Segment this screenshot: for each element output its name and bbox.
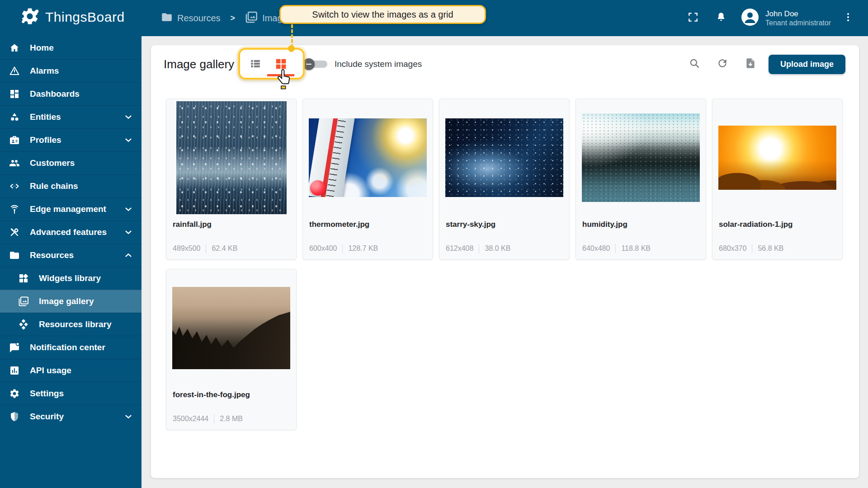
sidebar-item-api-usage[interactable]: API usage	[0, 359, 142, 382]
header-actions: John Doe Tenant administrator	[682, 0, 859, 36]
image-size: 62.4 KB	[212, 244, 237, 253]
sidebar-item-settings[interactable]: Settings	[0, 382, 142, 405]
breadcrumb-resources[interactable]: Resources	[161, 11, 221, 25]
image-name: solar-radiation-1.jpg	[712, 220, 842, 229]
image-resolution: 3500x2444	[173, 415, 208, 423]
tutorial-highlight-box	[238, 48, 305, 80]
alarm-icon	[9, 66, 20, 76]
humidity-thumbnail-image	[582, 113, 700, 202]
image-name: starry-sky.jpg	[439, 220, 569, 229]
user-menu[interactable]: John Doe Tenant administrator	[741, 8, 831, 28]
fullscreen-icon	[687, 11, 699, 25]
image-resolution: 640x480	[582, 244, 610, 253]
chevron-down-icon	[123, 227, 133, 237]
thumbnail	[576, 99, 706, 216]
image-card-solar-radiation[interactable]: solar-radiation-1.jpg 680x370 56.8 KB	[712, 99, 843, 260]
security-icon	[9, 411, 20, 422]
thermometer-thumbnail-image	[309, 118, 427, 197]
rainfall-thumbnail-image	[176, 101, 287, 214]
edge-icon	[9, 204, 20, 215]
image-meta: 640x480 118.8 KB	[576, 244, 706, 253]
customers-icon	[9, 158, 20, 169]
thingsboard-gear-icon	[20, 6, 40, 28]
image-name: rainfall.jpg	[166, 220, 296, 229]
user-role: Tenant administrator	[765, 19, 831, 27]
sidebar-item-resources[interactable]: Resources	[0, 244, 142, 267]
image-name: humidity.jpg	[576, 220, 706, 229]
sidebar-item-home[interactable]: Home	[0, 36, 142, 59]
profiles-icon	[9, 135, 20, 145]
chevron-down-icon	[123, 112, 133, 122]
image-stack-icon	[18, 296, 29, 307]
folder-icon	[9, 250, 20, 261]
entities-icon	[9, 112, 20, 122]
image-name: forest-in-the-fog.jpeg	[166, 390, 296, 399]
image-meta: 600x400 128.7 KB	[303, 244, 433, 253]
breadcrumb-label: Resources	[177, 13, 221, 23]
meta-divider	[342, 244, 343, 253]
image-card-starry-sky[interactable]: starry-sky.jpg 612x408 38.0 KB	[439, 99, 570, 260]
include-system-images-toggle[interactable]: Include system images	[306, 45, 422, 83]
image-size: 38.0 KB	[485, 244, 510, 253]
sidebar-item-edge-management[interactable]: Edge management	[0, 197, 142, 221]
image-size: 128.7 KB	[348, 244, 378, 253]
sidebar-item-dashboards[interactable]: Dashboards	[0, 82, 142, 105]
sidebar-item-rule-chains[interactable]: Rule chains	[0, 174, 142, 197]
image-card-rainfall[interactable]: rainfall.jpg 489x500 62.4 KB	[166, 99, 297, 260]
thumbnail	[166, 269, 296, 387]
sidebar-item-alarms[interactable]: Alarms	[0, 59, 142, 82]
notification-icon	[9, 342, 20, 353]
sidebar-nav: Home Alarms Dashboards Entities Profiles…	[0, 36, 142, 488]
notifications-button[interactable]	[710, 7, 732, 29]
image-name: thermometer.jpg	[303, 220, 433, 229]
tutorial-tooltip: Switch to view the images as a grid	[279, 5, 486, 24]
sidebar-item-notification-center[interactable]: Notification center	[0, 336, 142, 359]
upload-image-button[interactable]: Upload image	[769, 55, 845, 74]
image-card-thermometer[interactable]: thermometer.jpg 600x400 128.7 KB	[302, 99, 433, 260]
sidebar-item-entities[interactable]: Entities	[0, 105, 142, 128]
settings-icon	[9, 388, 20, 399]
thumbnail	[712, 99, 842, 216]
sidebar-item-security[interactable]: Security	[0, 405, 142, 428]
more-menu-button[interactable]	[837, 7, 859, 29]
chevron-down-icon	[123, 412, 133, 422]
user-name: John Doe	[765, 9, 831, 19]
meta-divider	[752, 244, 752, 253]
fullscreen-button[interactable]	[682, 7, 704, 29]
sidebar-item-advanced-features[interactable]: Advanced features	[0, 221, 142, 244]
sidebar-item-customers[interactable]: Customers	[0, 151, 142, 174]
image-meta: 680x370 56.8 KB	[712, 244, 842, 253]
toggle-track[interactable]	[306, 61, 327, 68]
sidebar-item-profiles[interactable]: Profiles	[0, 128, 142, 151]
thingsboard-app: ThingsBoard Resources > Image gallery	[0, 0, 868, 488]
meta-divider	[479, 244, 479, 253]
page-title: Image gallery	[164, 45, 234, 83]
image-card-forest-in-the-fog[interactable]: forest-in-the-fog.jpeg 3500x2444 2.8 MB	[166, 269, 297, 430]
thumbnail	[303, 99, 433, 216]
toolbar-actions: Upload image	[684, 45, 845, 83]
app-title: ThingsBoard	[45, 9, 125, 25]
sidebar-item-image-gallery[interactable]: Image gallery	[0, 290, 142, 313]
image-grid: rainfall.jpg 489x500 62.4 KB thermometer…	[166, 99, 849, 430]
home-icon	[9, 42, 20, 53]
meta-divider	[206, 244, 206, 253]
meta-divider	[214, 414, 214, 423]
import-image-button[interactable]	[741, 54, 760, 74]
tutorial-connector-line	[291, 24, 293, 48]
sidebar-item-resources-library[interactable]: Resources library	[0, 313, 142, 336]
sidebar-item-widgets-library[interactable]: Widgets library	[0, 267, 142, 290]
image-card-humidity[interactable]: humidity.jpg 640x480 118.8 KB	[576, 99, 706, 260]
breadcrumb-separator: >	[227, 14, 239, 23]
solar-radiation-thumbnail-image	[718, 126, 836, 190]
bell-icon	[715, 11, 727, 25]
widgets-icon	[18, 273, 29, 284]
image-meta: 612x408 38.0 KB	[439, 244, 569, 253]
search-button[interactable]	[684, 54, 704, 74]
thingsboard-logo[interactable]: ThingsBoard	[20, 6, 125, 28]
folder-icon	[161, 11, 173, 25]
advanced-icon	[9, 227, 20, 238]
image-resolution: 680x370	[719, 244, 746, 253]
kebab-icon	[843, 12, 854, 24]
refresh-button[interactable]	[712, 54, 732, 74]
image-size: 118.8 KB	[621, 244, 651, 253]
